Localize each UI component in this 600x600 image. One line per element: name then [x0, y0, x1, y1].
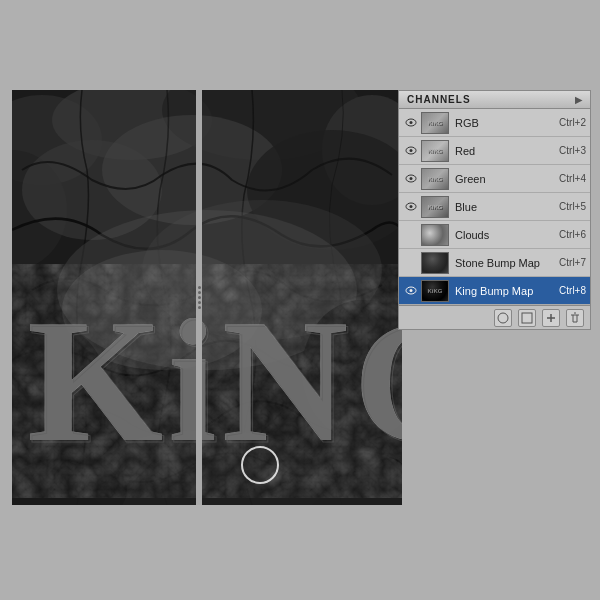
channel-row-red[interactable]: KiKG Red Ctrl+3: [399, 137, 590, 165]
channel-shortcut-blue: Ctrl+5: [559, 201, 586, 212]
channels-panel-title: CHANNELS: [407, 94, 471, 105]
channel-thumb-king-bump-map: KiKG: [421, 280, 449, 302]
channels-footer: [399, 305, 590, 329]
eye-icon-green[interactable]: [403, 171, 419, 187]
eye-icon-blue[interactable]: [403, 199, 419, 215]
svg-point-24: [410, 149, 413, 152]
channel-row-king-bump-map[interactable]: KiKG King Bump Map Ctrl+8: [399, 277, 590, 305]
eye-icon-rgb[interactable]: [403, 115, 419, 131]
channel-name-blue: Blue: [455, 201, 555, 213]
channel-thumb-rgb: KiKG: [421, 112, 449, 134]
canvas-area: KiNG KiNG KiNG: [12, 90, 402, 505]
channels-panel: CHANNELS ▶ KiKG RGB Ctrl+2: [398, 90, 591, 330]
channel-row-rgb[interactable]: KiKG RGB Ctrl+2: [399, 109, 590, 137]
channel-thumb-green: KiKG: [421, 168, 449, 190]
duplicate-channel-button[interactable]: [542, 309, 560, 327]
channel-row-stone-bump-map[interactable]: Stone Bump Map Ctrl+7: [399, 249, 590, 277]
channel-name-red: Red: [455, 145, 555, 157]
new-channel-circle-button[interactable]: [494, 309, 512, 327]
channels-header: CHANNELS ▶: [399, 91, 590, 109]
channel-name-stone-bump-map: Stone Bump Map: [455, 257, 555, 269]
channel-thumb-red: KiKG: [421, 140, 449, 162]
resize-handle[interactable]: [196, 90, 202, 505]
eye-icon-red[interactable]: [403, 143, 419, 159]
svg-point-28: [410, 205, 413, 208]
channel-row-blue[interactable]: KiKG Blue Ctrl+5: [399, 193, 590, 221]
channel-shortcut-clouds: Ctrl+6: [559, 229, 586, 240]
channel-row-green[interactable]: KiKG Green Ctrl+4: [399, 165, 590, 193]
svg-point-22: [410, 121, 413, 124]
panel-collapse-button[interactable]: ▶: [575, 95, 582, 105]
svg-rect-36: [522, 313, 532, 323]
channel-name-king-bump-map: King Bump Map: [455, 285, 555, 297]
channel-thumb-blue: KiKG: [421, 196, 449, 218]
channel-shortcut-stone-bump-map: Ctrl+7: [559, 257, 586, 268]
svg-point-35: [498, 313, 508, 323]
channel-name-green: Green: [455, 173, 555, 185]
svg-point-34: [410, 289, 413, 292]
channel-thumb-clouds: [421, 224, 449, 246]
workspace: KiNG KiNG KiNG CHANNELS ▶: [0, 0, 600, 600]
delete-channel-button[interactable]: [566, 309, 584, 327]
eye-icon-king-bump-map[interactable]: [403, 283, 419, 299]
channel-row-clouds[interactable]: Clouds Ctrl+6: [399, 221, 590, 249]
svg-point-26: [410, 177, 413, 180]
channel-name-rgb: RGB: [455, 117, 555, 129]
channel-shortcut-rgb: Ctrl+2: [559, 117, 586, 128]
channel-shortcut-red: Ctrl+3: [559, 145, 586, 156]
svg-text:KiNG: KiNG: [27, 284, 402, 478]
channel-shortcut-king-bump-map: Ctrl+8: [559, 285, 586, 296]
channel-name-clouds: Clouds: [455, 229, 555, 241]
channel-thumb-stone-bump-map: [421, 252, 449, 274]
new-channel-button[interactable]: [518, 309, 536, 327]
channel-shortcut-green: Ctrl+4: [559, 173, 586, 184]
